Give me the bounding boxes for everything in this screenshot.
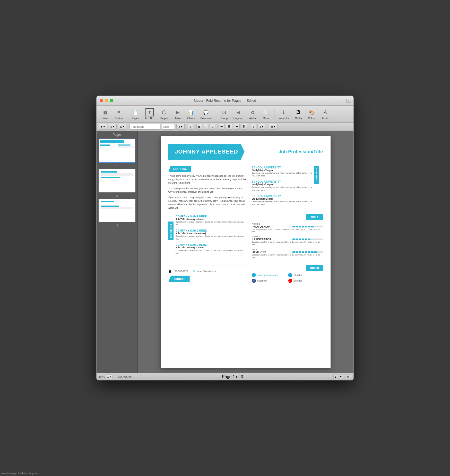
align-right-btn[interactable]: ➡ — [234, 124, 240, 130]
toolbar-charts[interactable]: Charts — [185, 107, 197, 121]
watermark: www.heritagechristiancollege.com — [1, 472, 40, 475]
status-bar: 88% ▲▼ 705 Words Page 1 of 3 ▲ ▼ ⚙ — [97, 373, 353, 380]
thumb2-inner — [100, 170, 134, 181]
word-count: 705 Words — [118, 375, 132, 378]
page-num-2: 2 — [99, 194, 135, 197]
align-left-btn[interactable]: ⬅ — [219, 124, 224, 130]
t24 — [101, 175, 133, 176]
font-size-input[interactable] — [162, 124, 175, 130]
skill-row-2: ILLUSTRATOR — [252, 238, 323, 241]
toolbar-view[interactable]: View — [99, 107, 111, 121]
exp-entries: COMPANY NAME HERE Job Title (January - J… — [176, 215, 247, 258]
toolbar-media[interactable]: Media — [292, 107, 305, 121]
spacing-stepper[interactable]: ▲▼ — [257, 124, 266, 130]
status-sep-1 — [115, 375, 115, 379]
edu-desc-2: Describe your experience and what you le… — [252, 186, 313, 191]
page-thumb-1[interactable] — [99, 139, 135, 163]
maximize-button[interactable] — [110, 99, 113, 102]
social-website: 🌐 mypersonalsite.com — [252, 273, 287, 277]
toolbar-ungroup[interactable]: ⊟ Ungroup — [231, 107, 245, 121]
font-size-stepper[interactable]: ▲▼ — [176, 124, 185, 130]
settings-button[interactable]: ⚙ — [346, 374, 351, 379]
contact-row: 📱 123-555-9876 ✉ email@icloud.com — [168, 270, 247, 273]
exp-entry-2: COMPANY NAME HERE Job Title (June - Dece… — [176, 229, 247, 240]
colors-icon — [308, 108, 316, 116]
bar-1-3 — [299, 226, 301, 227]
job-title: Job Profession/Title — [250, 149, 323, 155]
font-name-input[interactable] — [129, 124, 160, 130]
phone-number: 123-555-9876 — [174, 270, 188, 273]
shapes-label: Shapes — [160, 117, 168, 120]
edu-school-3: SCHOOL UNIVERSITY — [252, 195, 313, 198]
prev-page-btn[interactable]: ▲ — [333, 375, 338, 379]
toolbar-outline[interactable]: Outline — [112, 107, 125, 121]
toolbar-inspector[interactable]: ℹ Inspector — [276, 107, 291, 121]
bold-button[interactable]: B — [196, 124, 202, 130]
paragraph-style-btn[interactable]: ¶ ▼ — [99, 124, 107, 130]
bar-3-4 — [302, 251, 304, 253]
toolbar-comment[interactable]: Comment — [198, 107, 213, 121]
exp-title-3: Job Title (January - June) — [176, 246, 247, 249]
text-style-btn[interactable]: a ▼ — [118, 124, 126, 130]
page-thumb-3[interactable] — [99, 199, 135, 222]
t22 — [101, 173, 133, 174]
toolbar-alpha[interactable]: α Alpha — [246, 107, 259, 121]
toolbar-fonts[interactable]: A Fonts — [319, 107, 331, 121]
inspector-label: Inspector — [279, 117, 289, 120]
alpha-label: Alpha — [249, 117, 256, 120]
list-style-btn[interactable]: ≡ ▼ — [109, 124, 117, 130]
bar-2-4 — [302, 239, 304, 240]
exp-title-1: Job Title (January - June) — [176, 218, 247, 220]
thumb3-inner — [100, 200, 134, 210]
exp-entry-1: COMPANY NAME HERE Job Title (January - J… — [176, 215, 247, 226]
thumb-cols — [100, 144, 134, 161]
font-color-btn[interactable]: a — [188, 124, 193, 130]
bar-1-1 — [292, 226, 295, 227]
spacing-btn[interactable]: ↕ — [251, 124, 256, 130]
toolbar-colors[interactable]: Colors — [306, 107, 318, 121]
edu-degree-2: Study/Major/Degree — [252, 183, 313, 186]
about-text-3: If you want to read, I might suggest a g… — [168, 196, 247, 210]
bar-1-4 — [302, 226, 304, 227]
twitter-icon: 🐦 — [288, 273, 292, 277]
facebook-icon: f — [252, 279, 256, 283]
columns-btn[interactable]: ⊟ ▼ — [269, 124, 278, 130]
t34 — [101, 206, 119, 207]
toolbar-textbox[interactable]: T Text Box — [143, 107, 157, 121]
format-sep-6 — [267, 124, 267, 129]
social-twitter-handle: @twitter — [293, 274, 302, 276]
italic-button[interactable]: I — [204, 124, 208, 130]
toolbar-sep-2 — [216, 108, 216, 120]
toolbar-table[interactable]: ⊞ Table — [171, 107, 184, 121]
app-window: Modern Fold Resume for Pages — Edited ⤢ … — [96, 96, 354, 380]
resume-name: JOHNNY APPLESEED — [175, 148, 238, 155]
toolbar-group[interactable]: ⊡ Group — [218, 107, 230, 121]
minimize-button[interactable] — [105, 99, 108, 102]
bar-1-6 — [308, 226, 310, 227]
bar-2-9 — [317, 239, 320, 240]
toolbar-pages[interactable]: Pages — [129, 107, 142, 121]
underline-button[interactable]: U — [210, 124, 215, 130]
comment-icon — [202, 108, 210, 116]
toolbar-mask[interactable]: ⬜ Mask — [260, 107, 272, 121]
format-sep-2 — [186, 124, 186, 129]
next-page-btn[interactable]: ▼ — [339, 375, 343, 379]
experience-section: experience COMPANY NAME HERE Job Title (… — [168, 215, 247, 258]
outline-label: Outline — [115, 117, 123, 120]
name-banner: JOHNNY APPLESEED — [168, 144, 245, 160]
fullscreen-button[interactable]: ⤢ — [346, 99, 351, 103]
align-justify-btn[interactable]: ☷ — [241, 124, 247, 130]
social-facebook-handle: /facebook — [257, 279, 267, 282]
align-center-btn[interactable]: ☰ — [226, 124, 232, 130]
zoom-value: 88% — [99, 375, 105, 378]
page-nav-arrows: ▲ ▼ — [333, 375, 343, 379]
resume-header: JOHNNY APPLESEED Job Profession/Title — [168, 144, 323, 160]
thumb-content-1 — [99, 139, 135, 162]
bar-3-10 — [320, 251, 323, 253]
page-thumb-2[interactable] — [99, 169, 135, 192]
bar-1-10 — [320, 226, 323, 227]
zoom-stepper[interactable]: ▲▼ — [106, 375, 112, 379]
toolbar-shapes[interactable]: ⬡ Shapes — [158, 107, 170, 121]
close-button[interactable] — [100, 99, 103, 102]
bar-3-2 — [296, 251, 298, 253]
